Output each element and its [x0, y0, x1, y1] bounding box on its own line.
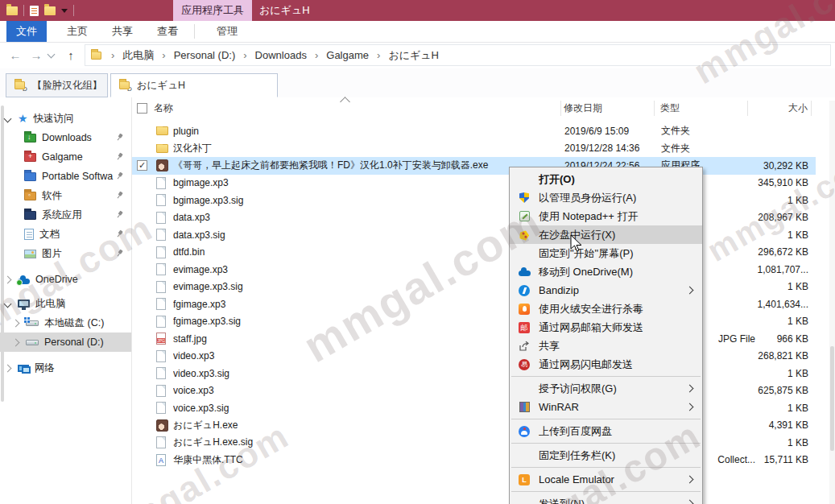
file-row[interactable]: video.xp3268,821 KB [132, 348, 816, 366]
file-row[interactable]: bgimage.xp3.sig1 KB [132, 192, 816, 209]
qat-folder-icon[interactable] [6, 6, 18, 15]
explorer-tab-0[interactable]: D【脸肿汉化组】《お兄ち... [6, 73, 108, 97]
file-row[interactable]: fgimage.xp31,401,634... [132, 295, 816, 313]
menu-separator [511, 419, 701, 419]
menu-item-9[interactable]: 共享 [510, 337, 702, 355]
sidebar-item-drive-1[interactable]: Personal (D:) [0, 333, 131, 352]
menu-item-10[interactable]: 易通过网易闪电邮发送 [510, 355, 702, 374]
sidebar-item-onedrive[interactable]: OneDrive [0, 270, 131, 289]
recent-locations-dropdown-icon[interactable] [48, 50, 56, 58]
file-row[interactable]: おにギュH.exe.sig1 KB [132, 434, 816, 452]
ribbon-tab-2[interactable]: 查看 [145, 21, 190, 42]
tree-scrollbar[interactable] [1, 105, 4, 402]
menu-item-12[interactable]: 授予访问权限(G) [510, 379, 702, 398]
file-row[interactable]: evimage.xp31,081,707... [132, 261, 816, 279]
forward-button[interactable]: → [26, 48, 47, 62]
file-row[interactable]: data.xp3.sig1 KB [132, 226, 816, 244]
chevron-right-icon[interactable] [4, 275, 12, 283]
sidebar-item-qa-0[interactable]: Downloads [0, 128, 131, 147]
ribbon-tab-manage[interactable]: 管理 [199, 21, 250, 42]
column-header-date[interactable]: 修改日期 [564, 101, 660, 115]
sidebar-item-qa-4[interactable]: 系统应用 [0, 205, 131, 225]
file-size: 208,967 KB [755, 212, 808, 223]
file-row[interactable]: 汉化补丁2019/12/28 14:36文件夹 [132, 140, 816, 158]
breadcrumb-item-1[interactable]: Personal (D:) [172, 49, 238, 61]
menu-item-19[interactable]: LLocale Emulator [510, 470, 702, 489]
column-header-type[interactable]: 类型 [660, 101, 754, 115]
file-row[interactable]: voice.xp3.sig1 KB [132, 399, 816, 417]
file-row[interactable]: voice.xp3625,875 KB [132, 382, 816, 400]
back-button[interactable]: ← [5, 48, 26, 62]
ribbon-tab-0[interactable]: 主页 [55, 21, 100, 42]
sidebar-item-this-pc[interactable]: 此电脑 [0, 294, 131, 313]
menu-item-3[interactable]: 在沙盘中运行(X) [510, 225, 702, 244]
qat-properties-icon[interactable] [30, 6, 39, 16]
file-icon [156, 385, 166, 397]
file-row[interactable]: fgimage.xp3.sig1 KB [132, 313, 816, 331]
sidebar-item-qa-3[interactable]: 软件 [0, 186, 131, 205]
menu-icon-slot [517, 210, 531, 223]
quick-access-star-icon: ★ [18, 113, 28, 124]
downloads-folder-icon [24, 134, 36, 143]
menu-item-6[interactable]: Bandizip [510, 281, 702, 300]
menu-item-4[interactable]: 固定到"开始"屏幕(P) [510, 244, 702, 262]
sidebar-item-qa-6[interactable]: 图片 [0, 244, 131, 263]
file-row[interactable]: staff.jpgJPG File966 KB [132, 330, 816, 348]
menu-item-8[interactable]: 邮通过网易邮箱大师发送 [510, 318, 702, 337]
file-icon [156, 194, 166, 206]
up-button[interactable]: ↑ [60, 48, 81, 62]
column-separator[interactable] [811, 101, 812, 116]
qat-dropdown-icon[interactable] [61, 9, 68, 13]
menu-item-0[interactable]: 打开(O) [510, 170, 702, 188]
column-separator[interactable] [560, 101, 561, 116]
column-separator[interactable] [654, 101, 655, 116]
address-box[interactable]: › 此电脑›Personal (D:)›Downloads›Galgame›おに… [85, 44, 831, 66]
file-row[interactable]: data.xp3208,967 KB [132, 209, 816, 227]
ribbon-file-tab[interactable]: 文件 [6, 21, 47, 42]
file-row[interactable]: bgimage.xp3345,910 KB [132, 175, 816, 192]
sidebar-item-qa-5[interactable]: 文档 [0, 225, 131, 244]
menu-item-5[interactable]: 移动到 OneDrive(M) [510, 262, 702, 281]
qat-new-folder-icon[interactable] [44, 6, 56, 15]
breadcrumb-item-2[interactable]: Downloads [254, 49, 308, 61]
select-all-checkbox[interactable] [137, 103, 147, 114]
menu-item-15[interactable]: 上传到百度网盘 [510, 422, 702, 440]
file-row[interactable]: dtfd.bin296,672 KB [132, 244, 816, 262]
item-checkbox[interactable] [137, 160, 147, 171]
scrollbar-thumb[interactable] [830, 346, 834, 451]
file-row[interactable]: おにギュH.exe4,391 KB [132, 417, 816, 435]
column-separator[interactable] [747, 101, 748, 116]
file-row[interactable]: 《哥哥，早上起床之前都要抱紧我哦！FD》汉化1.0补丁安装与卸载器.exe201… [132, 157, 816, 175]
file-icon [156, 263, 166, 275]
breadcrumb-item-4[interactable]: おにギュH [386, 48, 440, 63]
menu-item-17[interactable]: 固定到任务栏(K) [510, 446, 702, 465]
menu-item-label: 通过网易闪电邮发送 [539, 357, 633, 372]
menu-item-1[interactable]: 以管理员身份运行(A) [510, 188, 702, 207]
sidebar-item-qa-2[interactable]: Portable Softwa [0, 167, 131, 186]
column-header-size[interactable]: 大小 [754, 101, 808, 115]
file-row[interactable]: A华康中黑体.TTCCollect...15,711 KB [132, 452, 816, 469]
contextual-tool-tab[interactable]: 应用程序工具 [173, 0, 252, 21]
menu-item-21[interactable]: 发送到(N) [510, 494, 702, 504]
chevron-right-icon[interactable] [12, 319, 20, 327]
menu-item-13[interactable]: WinRAR [510, 398, 702, 416]
chevron-right-icon[interactable] [4, 364, 12, 372]
ribbon-tab-1[interactable]: 共享 [100, 21, 145, 42]
chevron-down-icon[interactable] [4, 300, 12, 308]
sidebar-item-qa-1[interactable]: Galgame [0, 147, 131, 167]
chevron-down-icon[interactable] [4, 114, 12, 122]
explorer-tab-1[interactable]: DおにギュH [110, 73, 278, 97]
file-row[interactable]: plugin2019/6/9 15:09文件夹 [132, 122, 816, 140]
menu-item-2[interactable]: 使用 Notepad++ 打开 [510, 207, 702, 225]
sidebar-item-quick-access[interactable]: ★快速访问 [0, 109, 131, 128]
file-row[interactable]: video.xp3.sig1 KB [132, 365, 816, 382]
vertical-scrollbar[interactable] [829, 101, 835, 504]
menu-item-7[interactable]: 使用火绒安全进行杀毒 [510, 300, 702, 318]
sidebar-item-network[interactable]: 网络 [0, 358, 131, 378]
breadcrumb-item-3[interactable]: Galgame [324, 49, 370, 61]
chevron-right-icon[interactable] [12, 338, 20, 346]
file-row[interactable]: evimage.xp3.sig1 KB [132, 279, 816, 296]
column-header-name[interactable]: 名称 [154, 101, 564, 115]
sidebar-item-drive-0[interactable]: 本地磁盘 (C:) [0, 313, 131, 333]
breadcrumb-item-0[interactable]: 此电脑 [121, 48, 155, 63]
